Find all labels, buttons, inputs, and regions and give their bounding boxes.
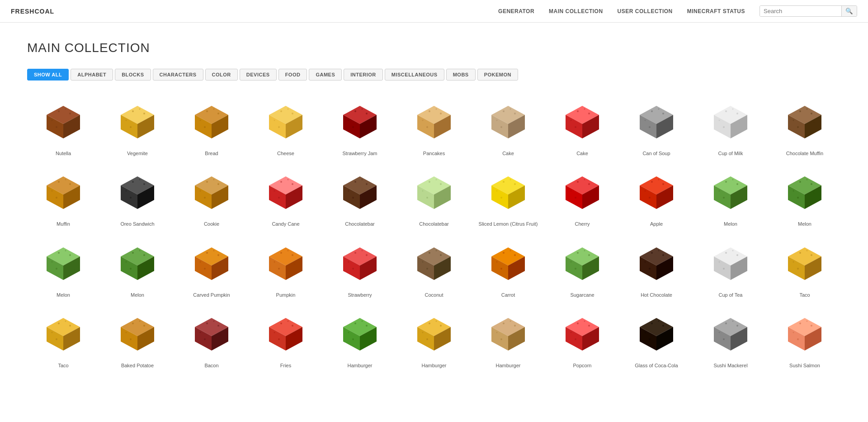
- svg-point-143: [280, 181, 282, 183]
- grid-item[interactable]: Carrot: [472, 236, 544, 302]
- grid-item[interactable]: Chocolate Muffin: [769, 94, 841, 160]
- grid-item[interactable]: Popcorn: [546, 306, 618, 372]
- svg-point-159: [370, 198, 372, 200]
- svg-point-245: [217, 254, 219, 256]
- filter-tab-miscellaneous[interactable]: MISCELLANEOUS: [385, 69, 444, 81]
- svg-point-19: [148, 128, 150, 129]
- grid-item[interactable]: Melon: [101, 236, 174, 302]
- filter-tab-pokemon[interactable]: POKEMON: [477, 69, 518, 81]
- grid-item[interactable]: Sugarcane: [546, 236, 618, 302]
- item-image: [483, 168, 533, 218]
- grid-item[interactable]: Cake: [546, 94, 618, 160]
- item-label: Carrot: [501, 292, 515, 298]
- filter-tab-blocks[interactable]: BLOCKS: [115, 69, 151, 81]
- svg-point-235: [143, 254, 145, 256]
- grid-item[interactable]: Coconut: [398, 236, 470, 302]
- filter-tab-mobs[interactable]: MOBS: [446, 69, 476, 81]
- svg-point-39: [296, 128, 298, 129]
- svg-point-46: [348, 120, 349, 121]
- grid-item[interactable]: Cup of Milk: [694, 94, 767, 160]
- grid-item[interactable]: Bacon: [175, 306, 248, 372]
- grid-item[interactable]: Nutella: [27, 94, 99, 160]
- item-label: Sushi Mackerel: [713, 362, 747, 369]
- grid-item[interactable]: Sliced Lemon (Citrus Fruit): [472, 165, 544, 231]
- grid-item[interactable]: Vegemite: [101, 94, 174, 160]
- filter-tab-devices[interactable]: DEVICES: [240, 69, 277, 81]
- svg-point-63: [503, 110, 505, 112]
- nav-user-collection[interactable]: USER COLLECTION: [618, 8, 673, 14]
- grid-item[interactable]: Hamburger: [398, 306, 470, 372]
- grid-item[interactable]: Carved Pumpkin: [175, 236, 248, 302]
- grid-item[interactable]: Sushi Salmon: [769, 306, 841, 372]
- svg-point-227: [56, 268, 57, 270]
- search-box: 🔍: [760, 5, 857, 17]
- svg-point-199: [667, 198, 669, 200]
- grid-item[interactable]: Glass of Coca-Cola: [620, 306, 693, 372]
- grid-item[interactable]: Sushi Mackerel: [694, 306, 767, 372]
- svg-point-377: [352, 338, 354, 340]
- grid-item[interactable]: Cookie: [175, 165, 248, 231]
- filter-tab-show-all[interactable]: SHOW ALL: [27, 69, 69, 81]
- grid-item[interactable]: Strawberry Jam: [324, 94, 396, 160]
- grid-item[interactable]: Hamburger: [472, 306, 544, 372]
- svg-point-43: [354, 110, 356, 112]
- svg-point-65: [514, 113, 516, 114]
- grid-item[interactable]: Candy Cane: [250, 165, 322, 231]
- grid-item[interactable]: Melon: [769, 165, 841, 231]
- svg-point-38: [294, 122, 296, 123]
- grid-item[interactable]: Cup of Tea: [694, 236, 767, 302]
- svg-point-258: [294, 263, 296, 265]
- filter-tab-characters[interactable]: CHARACTERS: [153, 69, 203, 81]
- grid-item[interactable]: Melon: [694, 165, 767, 231]
- filter-tab-games[interactable]: GAMES: [309, 69, 342, 81]
- svg-point-294: [584, 250, 585, 251]
- search-button[interactable]: 🔍: [841, 6, 857, 16]
- grid-item[interactable]: Cake: [472, 94, 544, 160]
- svg-point-207: [723, 197, 725, 199]
- grid-item[interactable]: Strawberry: [324, 236, 396, 302]
- svg-point-109: [815, 128, 817, 129]
- svg-point-47: [352, 126, 354, 128]
- item-image: [261, 310, 311, 360]
- grid-item[interactable]: Taco: [27, 306, 99, 372]
- grid-item[interactable]: Taco: [769, 236, 841, 302]
- grid-item[interactable]: Can of Soup: [620, 94, 693, 160]
- svg-point-218: [813, 193, 815, 194]
- search-input[interactable]: [760, 6, 841, 16]
- grid-item[interactable]: Pumpkin: [250, 236, 322, 302]
- nav-generator[interactable]: GENERATOR: [498, 8, 534, 14]
- svg-point-276: [422, 261, 424, 262]
- item-image: [483, 239, 533, 289]
- filter-tab-food[interactable]: FOOD: [278, 69, 307, 81]
- grid-item[interactable]: Cheese: [250, 94, 322, 160]
- svg-point-74: [584, 109, 585, 110]
- grid-item[interactable]: Chocolatebar: [324, 165, 396, 231]
- grid-item[interactable]: Bread: [175, 94, 248, 160]
- svg-point-209: [741, 198, 743, 200]
- grid-item[interactable]: Cherry: [546, 165, 618, 231]
- grid-item[interactable]: Melon: [27, 236, 99, 302]
- grid-item[interactable]: Oreo Sandwich: [101, 165, 174, 231]
- svg-point-363: [280, 322, 282, 324]
- grid-item[interactable]: Apple: [620, 165, 693, 231]
- filter-tab-interior[interactable]: INTERIOR: [344, 69, 383, 81]
- grid-item[interactable]: Hamburger: [324, 306, 396, 372]
- grid-item[interactable]: Pancakes: [398, 94, 470, 160]
- grid-item[interactable]: Chocolatebar: [398, 165, 470, 231]
- svg-point-96: [719, 120, 720, 121]
- svg-point-17: [130, 126, 132, 128]
- svg-point-56: [422, 120, 424, 121]
- grid-item[interactable]: Fries: [250, 306, 322, 372]
- grid-item[interactable]: Hot Chocolate: [620, 236, 693, 302]
- svg-point-408: [591, 334, 592, 335]
- nav-minecraft-status[interactable]: MINECRAFT STATUS: [687, 8, 745, 14]
- svg-point-224: [65, 250, 66, 251]
- svg-point-88: [665, 122, 666, 123]
- filter-tab-color[interactable]: COLOR: [205, 69, 238, 81]
- nav-main-collection[interactable]: MAIN COLLECTION: [549, 8, 603, 14]
- filter-tab-alphabet[interactable]: ALPHABET: [71, 69, 113, 81]
- svg-point-93: [725, 110, 727, 112]
- svg-point-339: [74, 340, 75, 341]
- grid-item[interactable]: Baked Potatoe: [101, 306, 174, 372]
- grid-item[interactable]: Muffin: [27, 165, 99, 231]
